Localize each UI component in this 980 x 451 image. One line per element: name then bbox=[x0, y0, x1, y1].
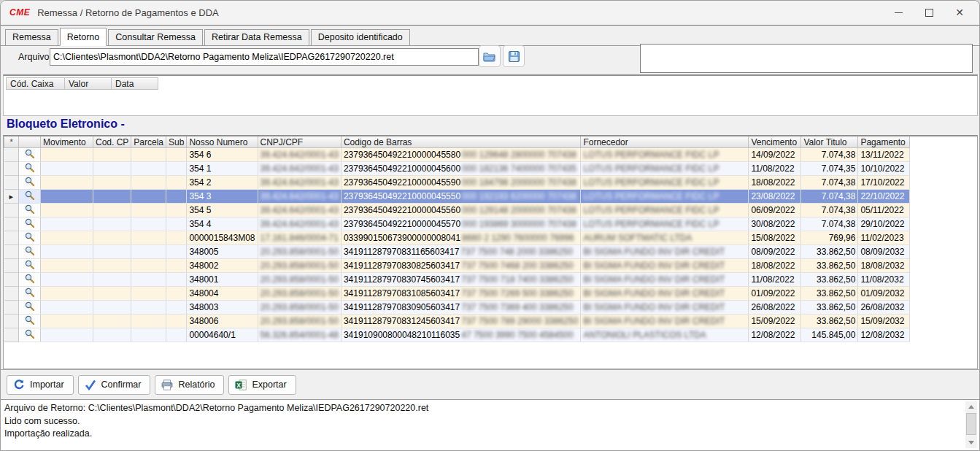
row-selector-cell[interactable] bbox=[4, 245, 19, 259]
row-selector-cell[interactable]: ▸ bbox=[4, 190, 19, 204]
grid-column-pagamento[interactable]: Pagamento bbox=[858, 136, 910, 148]
exportar-button[interactable]: XExportar bbox=[228, 375, 296, 395]
row-selector-cell[interactable] bbox=[4, 231, 19, 245]
table-row[interactable]: 354 539.424.642/0001-4323793645049221000… bbox=[4, 204, 910, 217]
cell-nosso-numero: 354 5 bbox=[187, 204, 258, 217]
grid-column-cnpj-cpf[interactable]: CNPJ/CPF bbox=[258, 136, 341, 148]
row-detail-cell[interactable] bbox=[19, 217, 41, 231]
row-detail-cell[interactable] bbox=[19, 315, 41, 328]
grid-column-codigo-de-barras[interactable]: Codigo de Barras bbox=[341, 136, 580, 148]
scrollbar-thumb[interactable] bbox=[966, 413, 976, 435]
tab-retorno[interactable]: Retorno bbox=[60, 28, 107, 46]
row-selector-cell[interactable] bbox=[4, 204, 19, 217]
scroll-down-icon[interactable] bbox=[965, 437, 977, 448]
table-row[interactable]: 354 139.424.642/0001-4323793645049221000… bbox=[4, 162, 910, 176]
magnifier-icon[interactable] bbox=[25, 204, 34, 214]
magnifier-icon[interactable] bbox=[25, 232, 34, 242]
grid-column-fornecedor[interactable]: Fornecedor bbox=[581, 136, 749, 148]
row-detail-cell[interactable] bbox=[19, 190, 41, 204]
table-row[interactable]: 354 639.424.642/0001-4323793645049221000… bbox=[4, 148, 910, 162]
row-detail-cell[interactable] bbox=[19, 231, 41, 245]
grid-column-[interactable]: * bbox=[4, 136, 19, 148]
tab-deposito-identificado[interactable]: Deposito identificado bbox=[311, 29, 410, 45]
magnifier-icon[interactable] bbox=[25, 246, 34, 255]
table-row[interactable]: 00004640/156.326.854/0001-48341910900800… bbox=[4, 328, 910, 342]
row-selector-cell[interactable] bbox=[4, 315, 19, 328]
tab-consultar-remessa[interactable]: Consultar Remessa bbox=[108, 29, 203, 45]
grid-column-vencimento[interactable]: Vencimento bbox=[749, 136, 801, 148]
save-button[interactable] bbox=[503, 45, 525, 67]
row-selector-cell[interactable] bbox=[4, 287, 19, 301]
file-path-input[interactable] bbox=[50, 48, 479, 66]
table-row[interactable]: 354 439.424.642/0001-4323793645049221000… bbox=[4, 217, 910, 231]
cell-parcela bbox=[131, 176, 166, 190]
confirmar-button[interactable]: Confirmar bbox=[78, 375, 151, 395]
row-detail-cell[interactable] bbox=[19, 162, 41, 176]
row-detail-cell[interactable] bbox=[19, 148, 41, 162]
grid-column-movimento[interactable]: Movimento bbox=[41, 136, 93, 148]
row-detail-cell[interactable] bbox=[19, 328, 41, 342]
tab-remessa[interactable]: Remessa bbox=[5, 29, 58, 45]
magnifier-icon[interactable] bbox=[25, 177, 34, 186]
fornecedor-redacted: LOTUS PERFORMANCE FIDC LP bbox=[583, 177, 719, 188]
open-folder-button[interactable] bbox=[479, 45, 501, 67]
magnifier-icon[interactable] bbox=[25, 260, 34, 269]
row-selector-cell[interactable] bbox=[4, 273, 19, 287]
row-detail-cell[interactable] bbox=[19, 287, 41, 301]
table-row[interactable]: 354 239.424.642/0001-4323793645049221000… bbox=[4, 176, 910, 190]
table-row[interactable]: 34800420.293.858/0001-503419112879708310… bbox=[4, 287, 910, 301]
row-selector-cell[interactable] bbox=[4, 162, 19, 176]
status-scrollbar[interactable] bbox=[965, 401, 977, 448]
row-selector-cell[interactable] bbox=[4, 301, 19, 315]
row-selector-cell[interactable] bbox=[4, 176, 19, 190]
table-row[interactable]: 34800520.293.858/0001-503419112879708311… bbox=[4, 245, 910, 259]
magnifier-icon[interactable] bbox=[25, 163, 34, 172]
grid-column-nosso-numero[interactable]: Nosso Numero bbox=[187, 136, 258, 148]
close-icon[interactable]: ✕ bbox=[944, 1, 975, 24]
row-detail-cell[interactable] bbox=[19, 176, 41, 190]
cell-cnpj: 20.293.858/0001-50 bbox=[258, 273, 341, 287]
cell-sub bbox=[166, 176, 187, 190]
row-selector-cell[interactable] bbox=[4, 259, 19, 273]
grid-column-cod-cp[interactable]: Cod. CP bbox=[93, 136, 131, 148]
importar-button[interactable]: Importar bbox=[7, 375, 74, 395]
row-selector-cell[interactable] bbox=[4, 328, 19, 342]
magnifier-icon[interactable] bbox=[25, 329, 34, 339]
maximize-icon[interactable] bbox=[914, 1, 944, 24]
button-label: Importar bbox=[30, 379, 64, 390]
table-row[interactable]: 34800220.293.858/0001-503419112879708308… bbox=[4, 259, 910, 273]
table-row[interactable]: ▸354 339.424.642/0001-432379364504922100… bbox=[4, 190, 910, 204]
grid-column-sub[interactable]: Sub bbox=[166, 136, 187, 148]
caixa-column-co-d-caixa[interactable]: Cód. Caixa bbox=[6, 77, 65, 90]
row-detail-cell[interactable] bbox=[19, 259, 41, 273]
grid-column-icon[interactable] bbox=[19, 136, 41, 148]
tab-retirar-data-remessa[interactable]: Retirar Data Remessa bbox=[204, 29, 309, 45]
minimize-icon[interactable] bbox=[883, 1, 914, 24]
relato-rio-button[interactable]: Relatório bbox=[155, 375, 224, 395]
caixa-column-data[interactable]: Data bbox=[112, 77, 158, 90]
grid-column-parcela[interactable]: Parcela bbox=[131, 136, 166, 148]
row-detail-cell[interactable] bbox=[19, 245, 41, 259]
grid-column-valor-titulo[interactable]: Valor Titulo bbox=[801, 136, 858, 148]
magnifier-icon[interactable] bbox=[25, 190, 34, 200]
magnifier-icon[interactable] bbox=[25, 315, 34, 325]
cell-vencimento: 15/08/2022 bbox=[749, 231, 801, 245]
row-detail-cell[interactable] bbox=[19, 204, 41, 217]
cell-pagamento: 22/10/2022 bbox=[858, 190, 910, 204]
magnifier-icon[interactable] bbox=[25, 274, 34, 283]
scroll-up-icon[interactable] bbox=[965, 401, 977, 412]
caixa-column-valor[interactable]: Valor bbox=[65, 77, 112, 90]
table-row[interactable]: 34800320.293.858/0001-503419112879708309… bbox=[4, 301, 910, 315]
table-row[interactable]: 0000015843M0817.161.846/0004-71033990150… bbox=[4, 231, 910, 245]
magnifier-icon[interactable] bbox=[25, 218, 34, 228]
magnifier-icon[interactable] bbox=[25, 301, 34, 311]
magnifier-icon[interactable] bbox=[25, 149, 34, 158]
cell-pagamento: 17/10/2022 bbox=[858, 176, 910, 190]
table-row[interactable]: 34800620.293.858/0001-503419112879708312… bbox=[4, 315, 910, 328]
row-selector-cell[interactable] bbox=[4, 217, 19, 231]
magnifier-icon[interactable] bbox=[25, 288, 34, 297]
row-detail-cell[interactable] bbox=[19, 301, 41, 315]
row-detail-cell[interactable] bbox=[19, 273, 41, 287]
table-row[interactable]: 34800120.293.858/0001-503419112879708307… bbox=[4, 273, 910, 287]
row-selector-cell[interactable] bbox=[4, 148, 19, 162]
